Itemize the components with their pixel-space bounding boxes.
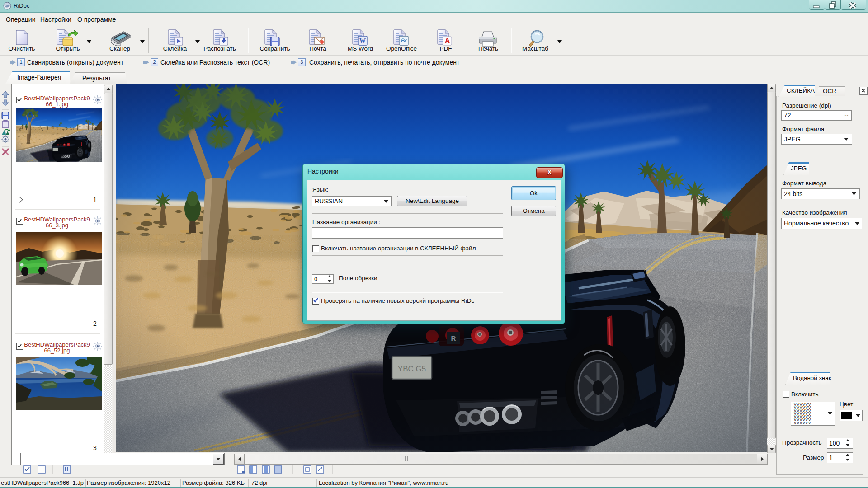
svg-text:W: W [359, 38, 366, 44]
